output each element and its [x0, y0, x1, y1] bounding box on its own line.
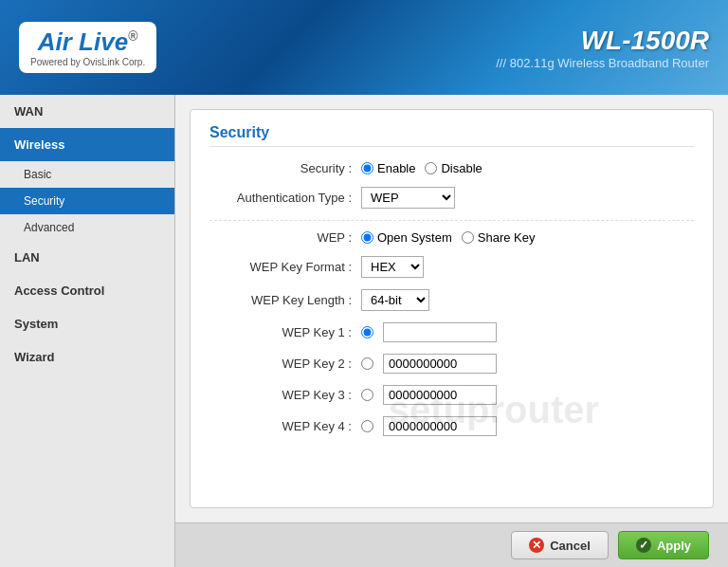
- logo-powered: Powered by OvisLink Corp.: [30, 57, 145, 67]
- wep-format-label: WEP Key Format :: [209, 260, 361, 274]
- header-desc: /// 802.11g Wireless Broadband Router: [496, 56, 709, 70]
- security-disable-text: Disable: [441, 161, 482, 175]
- wep-key4-input[interactable]: [383, 416, 497, 436]
- cancel-icon: ✕: [529, 538, 544, 553]
- wep-key1-control: [361, 322, 497, 342]
- security-disable-radio[interactable]: [425, 162, 437, 174]
- security-enable-label[interactable]: Enable: [361, 161, 415, 175]
- wep-label: WEP :: [209, 230, 361, 245]
- cancel-button[interactable]: ✕ Cancel: [511, 531, 609, 559]
- wep-key2-control: [361, 354, 497, 374]
- sidebar-item-basic[interactable]: Basic: [0, 161, 174, 188]
- header: Air Live® Powered by OvisLink Corp. WL-1…: [0, 0, 728, 95]
- wep-share-text: Share Key: [478, 230, 536, 245]
- wep-key4-label: WEP Key 4 :: [209, 419, 361, 433]
- wep-format-select[interactable]: HEX ASCII: [361, 256, 424, 278]
- main-layout: WAN Wireless Basic Security Advanced LAN…: [0, 95, 728, 567]
- footer-bar: ✕ Cancel ✓ Apply: [175, 522, 728, 567]
- wep-format-row: WEP Key Format : HEX ASCII: [209, 256, 694, 278]
- wep-length-row: WEP Key Length : 64-bit 128-bit: [209, 289, 694, 311]
- wep-section: WEP : Open System Share Key WE: [209, 220, 694, 436]
- security-enable-text: Enable: [377, 161, 415, 175]
- logo-brand: Air Live®: [38, 27, 138, 57]
- security-label: Security :: [209, 161, 361, 175]
- wep-open-radio[interactable]: [361, 231, 373, 244]
- wep-key3-radio[interactable]: [361, 389, 373, 401]
- logo-area: Air Live® Powered by OvisLink Corp.: [19, 22, 156, 73]
- security-enable-radio[interactable]: [361, 162, 373, 174]
- sidebar-item-security[interactable]: Security: [0, 188, 174, 214]
- apply-label: Apply: [657, 539, 691, 553]
- cancel-label: Cancel: [550, 539, 591, 553]
- wep-share-label[interactable]: Share Key: [462, 230, 536, 245]
- auth-type-label: Authentication Type :: [209, 191, 361, 205]
- security-disable-label[interactable]: Disable: [425, 161, 482, 175]
- auth-type-row: Authentication Type : WEP WPA-PSK WPA2-P…: [209, 187, 694, 209]
- wep-length-control: 64-bit 128-bit: [361, 289, 429, 311]
- sidebar-item-wizard[interactable]: Wizard: [0, 340, 174, 374]
- header-right: WL-1500R /// 802.11g Wireless Broadband …: [496, 26, 709, 70]
- auth-type-select[interactable]: WEP WPA-PSK WPA2-PSK 802.1x: [361, 187, 455, 209]
- wep-length-select[interactable]: 64-bit 128-bit: [361, 289, 429, 311]
- sidebar-item-access-control[interactable]: Access Control: [0, 274, 174, 307]
- wep-key3-control: [361, 385, 497, 405]
- wep-key3-row: WEP Key 3 :: [209, 385, 694, 405]
- apply-icon: ✓: [636, 538, 651, 553]
- wep-key4-row: WEP Key 4 :: [209, 416, 694, 436]
- wep-row: WEP : Open System Share Key: [209, 230, 694, 245]
- wep-key1-radio[interactable]: [361, 326, 373, 338]
- wep-key2-row: WEP Key 2 :: [209, 354, 694, 374]
- wep-key2-label: WEP Key 2 :: [209, 357, 361, 371]
- wep-key3-label: WEP Key 3 :: [209, 388, 361, 402]
- wep-key4-control: [361, 416, 497, 436]
- wep-key4-radio[interactable]: [361, 420, 373, 432]
- wep-control: Open System Share Key: [361, 230, 535, 245]
- content-area: Security Security : Enable Disable: [175, 95, 728, 567]
- wep-open-text: Open System: [377, 230, 452, 245]
- security-control: Enable Disable: [361, 161, 482, 175]
- wep-key1-input[interactable]: [383, 322, 497, 342]
- sidebar-item-advanced[interactable]: Advanced: [0, 214, 174, 241]
- sidebar-item-wireless[interactable]: Wireless: [0, 128, 174, 161]
- header-model: WL-1500R: [496, 26, 709, 56]
- sidebar: WAN Wireless Basic Security Advanced LAN…: [0, 95, 175, 567]
- wep-open-label[interactable]: Open System: [361, 230, 452, 245]
- content-panel: Security Security : Enable Disable: [190, 109, 714, 508]
- sidebar-item-wan[interactable]: WAN: [0, 95, 174, 128]
- sidebar-item-lan[interactable]: LAN: [0, 241, 174, 274]
- wep-format-control: HEX ASCII: [361, 256, 424, 278]
- apply-button[interactable]: ✓ Apply: [618, 531, 709, 559]
- auth-type-control: WEP WPA-PSK WPA2-PSK 802.1x: [361, 187, 455, 209]
- security-row: Security : Enable Disable: [209, 161, 694, 175]
- wep-key3-input[interactable]: [383, 385, 497, 405]
- wep-share-radio[interactable]: [462, 231, 474, 244]
- sidebar-item-system[interactable]: System: [0, 307, 174, 340]
- wep-key1-row: WEP Key 1 :: [209, 322, 694, 342]
- wep-key2-radio[interactable]: [361, 357, 373, 370]
- wep-key1-label: WEP Key 1 :: [209, 325, 361, 339]
- wep-length-label: WEP Key Length :: [209, 293, 361, 307]
- wep-key2-input[interactable]: [383, 354, 497, 374]
- logo-box: Air Live® Powered by OvisLink Corp.: [19, 22, 156, 73]
- panel-title: Security: [209, 124, 694, 147]
